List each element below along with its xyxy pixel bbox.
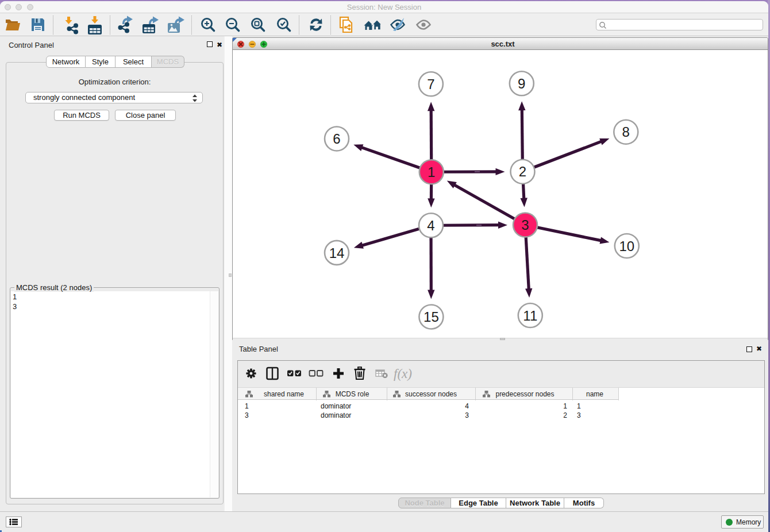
svg-text:4: 4 (427, 218, 434, 233)
svg-text:14: 14 (329, 245, 345, 261)
svg-text:f(x): f(x) (394, 367, 412, 381)
svg-text:3: 3 (521, 217, 529, 233)
svg-text:8: 8 (622, 124, 630, 140)
svg-text:10: 10 (619, 238, 634, 254)
svg-text:15: 15 (424, 309, 439, 325)
svg-text:11: 11 (523, 308, 537, 323)
svg-text:6: 6 (333, 131, 340, 147)
svg-text:9: 9 (518, 76, 525, 91)
svg-text:1: 1 (428, 164, 435, 180)
svg-text:2: 2 (519, 164, 526, 179)
svg-text:7: 7 (427, 76, 434, 92)
